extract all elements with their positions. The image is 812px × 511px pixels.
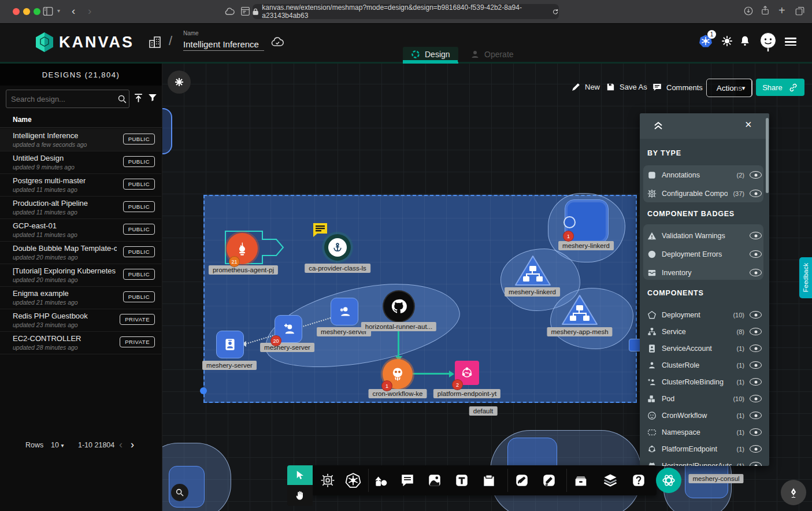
panel-item-pod[interactable]: Pod (10) bbox=[647, 390, 762, 407]
downloads-button[interactable] bbox=[743, 6, 754, 16]
reload-icon[interactable] bbox=[552, 8, 559, 16]
panel-item-clusterrolebinding[interactable]: ClusterRoleBinding (1) bbox=[647, 373, 762, 390]
rows-per-page-select[interactable]: 10 ▾ bbox=[51, 441, 64, 449]
visibility-toggle-eye-icon[interactable] bbox=[750, 428, 762, 436]
snap-to-grid-button[interactable] bbox=[168, 71, 191, 94]
visibility-toggle-eye-icon[interactable] bbox=[750, 311, 762, 319]
user-avatar[interactable] bbox=[758, 31, 778, 52]
sidebar-toggle-button[interactable] bbox=[43, 6, 53, 16]
design-row[interactable]: Postgres multi-master updated 11 minutes… bbox=[0, 173, 161, 197]
kanvas-logo-text[interactable]: KANVAS bbox=[59, 34, 134, 51]
notifications-button[interactable] bbox=[739, 35, 751, 47]
shapes-tool-button[interactable] bbox=[370, 470, 392, 491]
panel-item-serviceaccount[interactable]: ServiceAccount (1) bbox=[647, 340, 762, 357]
kubernetes-tool-button[interactable] bbox=[342, 470, 364, 491]
comment-tool-button[interactable] bbox=[396, 470, 418, 491]
page-settings-button[interactable] bbox=[240, 6, 250, 16]
layers-tool-button[interactable] bbox=[599, 470, 621, 491]
traffic-light-minimize[interactable] bbox=[23, 8, 30, 15]
search-input[interactable] bbox=[6, 95, 117, 103]
organization-icon[interactable] bbox=[148, 35, 162, 49]
visibility-toggle-eye-icon[interactable] bbox=[750, 345, 762, 352]
icloud-tab-icon[interactable] bbox=[224, 6, 236, 17]
scalpel-tool-button[interactable] bbox=[511, 470, 533, 491]
design-row[interactable]: Production-alt Pipeline updated 11 minut… bbox=[0, 196, 161, 219]
panel-item-validation-warnings[interactable]: Validation Warnings bbox=[647, 227, 762, 244]
close-panel-button[interactable]: × bbox=[745, 118, 752, 131]
sticky-note-tool-button[interactable] bbox=[478, 470, 500, 491]
visibility-toggle-eye-icon[interactable] bbox=[750, 445, 762, 453]
comment-annotation-icon[interactable] bbox=[312, 222, 329, 238]
design-row[interactable]: Redis PHP Guestbook updated 23 minutes a… bbox=[0, 309, 161, 332]
new-button[interactable]: New bbox=[571, 82, 600, 92]
node-horizontal-runner[interactable] bbox=[384, 291, 414, 321]
node-clusterrole[interactable] bbox=[331, 298, 358, 325]
visibility-toggle-eye-icon[interactable] bbox=[750, 412, 762, 419]
text-tool-button[interactable] bbox=[451, 470, 473, 491]
visibility-toggle-eye-icon[interactable] bbox=[750, 462, 762, 466]
next-page-button[interactable]: › bbox=[131, 439, 134, 451]
filter-button[interactable] bbox=[147, 92, 158, 103]
zoom-button[interactable] bbox=[171, 484, 188, 501]
prev-page-button[interactable]: ‹ bbox=[119, 439, 123, 451]
new-tab-button[interactable]: + bbox=[778, 5, 785, 16]
visibility-toggle-eye-icon[interactable] bbox=[750, 232, 762, 239]
import-design-button[interactable] bbox=[133, 92, 144, 103]
help-tool-button[interactable] bbox=[628, 470, 650, 491]
design-row[interactable]: EC2-CONTROLLER updated 28 minutes ago PR… bbox=[0, 331, 161, 354]
design-row[interactable]: Intelligent Inference updated a few seco… bbox=[0, 128, 161, 151]
design-row[interactable]: Untitled Design updated 9 minutes ago PU… bbox=[0, 151, 161, 174]
k8s-context-button[interactable]: 1 bbox=[698, 34, 713, 49]
image-tool-button[interactable] bbox=[424, 470, 446, 491]
column-header-name[interactable]: Name bbox=[13, 116, 32, 124]
panel-item-clusterrole[interactable]: ClusterRole (1) bbox=[647, 357, 762, 373]
comments-button[interactable]: Comments bbox=[652, 82, 703, 92]
feedback-tab[interactable]: Feedback bbox=[799, 257, 812, 298]
visibility-toggle-eye-icon[interactable] bbox=[750, 171, 762, 179]
panel-item-inventory[interactable]: Inventory bbox=[647, 264, 762, 281]
panel-item-annotations[interactable]: Annotations (2) bbox=[647, 166, 762, 183]
design-row[interactable]: GCP-east-01 updated 11 minutes ago PUBLI… bbox=[0, 219, 161, 242]
visibility-toggle-eye-icon[interactable] bbox=[750, 250, 762, 258]
share-button[interactable]: Share bbox=[756, 79, 804, 96]
pan-tool-button[interactable] bbox=[287, 485, 313, 506]
share-page-button[interactable] bbox=[760, 5, 770, 16]
visibility-toggle-eye-icon[interactable] bbox=[750, 269, 762, 276]
visibility-toggle-eye-icon[interactable] bbox=[750, 190, 762, 197]
traffic-light-zoom[interactable] bbox=[34, 8, 40, 15]
traffic-light-close[interactable] bbox=[13, 8, 20, 15]
node-linkerd-service[interactable] bbox=[513, 253, 553, 288]
node-app-mesh-service[interactable] bbox=[560, 292, 599, 327]
sidebar-caret-button[interactable]: ▾ bbox=[57, 8, 60, 14]
panel-scrollbar[interactable] bbox=[766, 118, 769, 193]
tab-overview-button[interactable] bbox=[795, 6, 805, 16]
signature-pen-button[interactable] bbox=[781, 480, 806, 505]
actions-caret-button[interactable]: ▾ bbox=[736, 79, 752, 97]
panel-item-service[interactable]: Service (8) bbox=[647, 323, 762, 340]
browser-back-button[interactable]: ‹ bbox=[72, 5, 75, 16]
drawer-tool-button[interactable] bbox=[570, 470, 592, 491]
design-row[interactable]: Double Bubble Map Template-copy updated … bbox=[0, 241, 161, 264]
design-search[interactable] bbox=[6, 90, 129, 108]
panel-item-configurable-components[interactable]: Configurable Components (37) bbox=[647, 185, 762, 202]
visibility-toggle-eye-icon[interactable] bbox=[750, 361, 762, 369]
panel-item-platformendpoint[interactable]: PlatformEndpoint (1) bbox=[647, 440, 762, 457]
components-tool-button[interactable] bbox=[317, 470, 339, 491]
design-name-input[interactable] bbox=[183, 38, 264, 51]
menu-button[interactable] bbox=[785, 36, 796, 48]
panel-item-namespace[interactable]: Namespace (1) bbox=[647, 424, 762, 440]
select-tool-button[interactable] bbox=[287, 465, 313, 485]
panel-item-deployment[interactable]: Deployment (10) bbox=[647, 306, 762, 323]
url-bar[interactable]: kanvas.new/extension/meshmap?mode=design… bbox=[253, 4, 559, 19]
collapse-panel-button[interactable] bbox=[654, 120, 663, 131]
settings-button[interactable] bbox=[721, 35, 733, 47]
node-serviceaccount[interactable] bbox=[216, 331, 244, 358]
panel-item-deployment-errors[interactable]: Deployment Errors bbox=[647, 246, 762, 262]
save-as-button[interactable]: Save As bbox=[606, 82, 647, 92]
browser-forward-button[interactable]: › bbox=[88, 5, 91, 16]
visibility-toggle-eye-icon[interactable] bbox=[750, 328, 762, 335]
panel-item-cronworkflow[interactable]: CronWorkflow (1) bbox=[647, 407, 762, 424]
namespace-resize-handle[interactable] bbox=[200, 387, 207, 394]
design-row[interactable]: [Tutorial] Exploring Kubernetes Pod upda… bbox=[0, 264, 161, 287]
visibility-toggle-eye-icon[interactable] bbox=[750, 395, 762, 402]
